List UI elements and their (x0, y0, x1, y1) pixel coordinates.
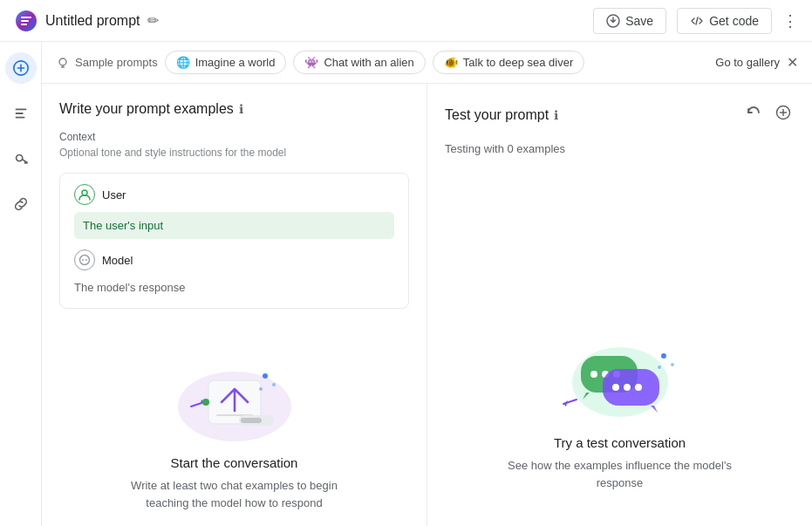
right-panel-header: Test your prompt ℹ (445, 101, 795, 128)
link-icon (12, 195, 30, 213)
svg-point-7 (82, 190, 87, 195)
add-circle-icon (12, 59, 30, 77)
add-test-button[interactable] (772, 101, 795, 128)
header-left: Untitled prompt ✏ (14, 9, 159, 33)
svg-point-10 (85, 259, 87, 261)
add-circle-outline-icon (775, 105, 791, 120)
model-svg (78, 254, 91, 266)
example-card: User The user's input Model (59, 173, 409, 309)
edit-icon[interactable]: ✏ (147, 12, 159, 29)
gallery-label: Go to gallery (715, 56, 780, 69)
prompt-bar: Sample prompts 🌐 Imagine a world 👾 Chat … (42, 42, 812, 84)
sidebar-item-links[interactable] (5, 188, 37, 220)
get-code-button[interactable]: Get code (677, 8, 772, 34)
chip-imagine-icon: 🌐 (176, 56, 190, 69)
svg-point-28 (635, 384, 642, 391)
right-illustration-title: Try a test conversation (554, 435, 686, 450)
left-panel-info-icon[interactable]: ℹ (239, 102, 243, 116)
svg-point-8 (80, 256, 90, 265)
history-icon (12, 105, 30, 122)
main-content: Sample prompts 🌐 Imagine a world 👾 Chat … (42, 42, 812, 526)
svg-rect-18 (241, 418, 262, 423)
sidebar-item-keys[interactable] (5, 143, 37, 174)
sidebar (0, 42, 42, 526)
close-gallery-icon[interactable]: ✕ (787, 54, 798, 71)
chip-alien-icon: 👾 (304, 56, 318, 69)
left-panel-title: Write your prompt examples ℹ (59, 101, 409, 117)
svg-point-6 (59, 58, 66, 65)
bulb-icon (56, 56, 70, 70)
more-options-button[interactable]: ⋮ (782, 11, 798, 31)
panels: Write your prompt examples ℹ Context Opt… (42, 84, 812, 526)
right-panel-title: Test your prompt ℹ (445, 107, 558, 123)
code-icon (690, 14, 704, 28)
svg-rect-4 (15, 117, 24, 119)
right-illustration-desc: See how the examples influence the model… (507, 457, 734, 491)
left-illustration-desc: Write at least two chat examples to begi… (121, 477, 348, 511)
user-role-icon (74, 184, 95, 205)
refresh-icon (746, 105, 761, 120)
header-right: Save Get code ⋮ (593, 8, 798, 34)
right-panel-info-icon[interactable]: ℹ (554, 108, 558, 122)
go-to-gallery[interactable]: Go to gallery ✕ (715, 54, 798, 71)
model-role-row: Model (74, 249, 394, 270)
right-panel-actions (742, 101, 795, 128)
left-illustration-title: Start the conversation (171, 455, 298, 470)
model-response-display[interactable]: The model's response (74, 277, 394, 297)
refresh-button[interactable] (742, 101, 765, 128)
sidebar-item-add[interactable] (5, 52, 37, 84)
svg-point-14 (272, 383, 276, 386)
chip-diver-label: Talk to deep sea diver (463, 56, 573, 69)
user-input-display[interactable]: The user's input (74, 212, 394, 239)
right-panel-title-text: Test your prompt (445, 107, 549, 123)
save-label: Save (625, 14, 653, 28)
save-button[interactable]: Save (593, 8, 666, 34)
app-logo (14, 9, 38, 33)
left-panel-title-text: Write your prompt examples (59, 101, 234, 117)
svg-point-27 (624, 384, 631, 391)
sample-prompts-text: Sample prompts (75, 56, 158, 69)
chat-illustration (550, 317, 690, 421)
svg-point-30 (671, 363, 674, 366)
context-section: Context Optional tone and style instruct… (59, 131, 409, 159)
model-role-label: Model (102, 254, 133, 267)
chip-imagine-label: Imagine a world (195, 56, 276, 69)
model-role-icon (74, 249, 95, 270)
testing-label: Testing with 0 examples (445, 142, 795, 155)
chip-alien-label: Chat with an alien (324, 56, 413, 69)
svg-rect-25 (603, 369, 659, 406)
user-role-label: User (102, 188, 126, 202)
context-hint: Optional tone and style instructions for… (59, 147, 409, 159)
svg-rect-3 (15, 113, 23, 114)
svg-point-22 (590, 371, 597, 378)
svg-point-5 (16, 154, 22, 161)
left-illustration: Start the conversation Write at least tw… (59, 319, 409, 526)
save-icon (606, 14, 620, 28)
svg-point-29 (661, 353, 666, 359)
svg-point-31 (658, 365, 661, 369)
svg-rect-2 (15, 109, 26, 111)
get-code-label: Get code (709, 14, 759, 28)
sidebar-item-history[interactable] (5, 98, 37, 129)
svg-point-16 (202, 399, 209, 406)
right-illustration: Try a test conversation See how the exam… (445, 299, 795, 509)
key-icon (12, 150, 30, 167)
chip-chat-alien[interactable]: 👾 Chat with an alien (293, 51, 425, 74)
app-layout: Sample prompts 🌐 Imagine a world 👾 Chat … (0, 42, 812, 526)
sample-prompts-label: Sample prompts (56, 56, 158, 70)
svg-point-9 (82, 259, 84, 261)
context-label: Context (59, 131, 409, 143)
user-role-row: User (74, 184, 394, 205)
chip-imagine-world[interactable]: 🌐 Imagine a world (165, 51, 287, 74)
chip-diver-icon: 🐠 (444, 56, 458, 69)
page-title: Untitled prompt (45, 13, 140, 29)
user-svg (78, 188, 91, 201)
left-panel: Write your prompt examples ℹ Context Opt… (42, 84, 427, 526)
svg-point-15 (259, 387, 263, 391)
right-panel: Test your prompt ℹ (427, 84, 812, 526)
header: Untitled prompt ✏ Save Get code ⋮ (0, 0, 812, 42)
conversation-illustration (165, 337, 304, 441)
svg-point-13 (263, 373, 268, 379)
svg-point-26 (612, 384, 619, 391)
chip-deep-sea-diver[interactable]: 🐠 Talk to deep sea diver (433, 51, 584, 74)
